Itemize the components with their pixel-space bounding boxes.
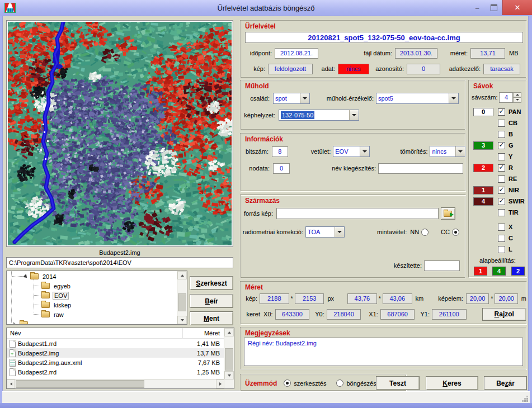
band-checkbox-y[interactable] [498, 153, 505, 160]
scroll-up-icon[interactable] [177, 271, 187, 279]
filename-field[interactable]: 20120821_spot5_132-075-50_eov-toa-cc.img [245, 32, 523, 43]
tree-collapse-icon[interactable] [23, 274, 29, 279]
path-field[interactable]: C:\ProgramData\TKR\raszter\spot\2014\EOV [6, 257, 233, 268]
band-checkbox-x[interactable] [498, 224, 505, 231]
scroll-left-icon[interactable] [7, 379, 15, 388]
band-row-swir: 4 SWIR [469, 197, 526, 206]
spin-up-icon[interactable] [513, 92, 521, 98]
preset-button-2[interactable]: 2 [511, 267, 525, 276]
px-unit-label: px [327, 295, 334, 302]
band-checkbox-c[interactable] [498, 235, 505, 242]
savszam-field[interactable]: 4 [499, 92, 513, 103]
file-list[interactable]: Név Méret Budapest1.rrd 1,41 MB Budapest… [6, 328, 234, 389]
scroll-right-icon[interactable] [216, 379, 224, 388]
spin-down-icon[interactable] [513, 97, 521, 103]
fajl-datum-label: fájl dátum: [345, 50, 392, 56]
radiometria-select[interactable]: TOA [305, 226, 345, 238]
szerkeszt-button[interactable]: Szerkeszt [190, 276, 233, 290]
bitszam-field[interactable]: 8 [272, 146, 288, 157]
chevron-down-icon[interactable] [360, 146, 369, 156]
forras-kep-field[interactable] [276, 208, 439, 219]
band-label-tir: TIR [509, 209, 519, 216]
scrollbar-thumb[interactable] [178, 293, 186, 311]
band-number-swir: 4 [473, 197, 493, 206]
chevron-down-icon[interactable] [449, 93, 458, 103]
scrollbar-thumb[interactable] [225, 348, 233, 371]
tree-scrollbar[interactable] [177, 271, 187, 324]
column-header-size[interactable]: Méret [182, 328, 224, 338]
file-row-selected[interactable]: Budapest2.img 13,7 MB [7, 348, 224, 358]
preset-button-1[interactable]: 1 [474, 267, 487, 276]
band-checkbox-pan[interactable] [498, 108, 505, 116]
maximize-button[interactable] [486, 4, 502, 11]
tree-item-eov[interactable]: EOV [41, 291, 69, 300]
tree-item-raw[interactable]: raw [41, 310, 65, 319]
csalad-select[interactable]: spot [273, 93, 310, 104]
tree-item-partial[interactable] [13, 320, 28, 325]
vetulet-select[interactable]: EOV [333, 146, 369, 157]
alapbeallitas-label: alapbeállítás: [479, 257, 516, 264]
beir-button[interactable]: Beír [190, 294, 233, 308]
rajzol-button[interactable]: Rajzol [482, 308, 526, 321]
tree-item-kiskep[interactable]: kiskep [41, 300, 72, 310]
nn-radio[interactable] [421, 229, 429, 236]
kephelyzet-select[interactable]: 132-075-50 [279, 110, 359, 121]
cc-radio[interactable] [452, 229, 459, 236]
file-list-scrollbar[interactable] [224, 328, 234, 388]
band-label-g: G [509, 142, 514, 149]
browse-button[interactable] [441, 207, 455, 220]
bezar-button[interactable]: Bezár [484, 376, 527, 390]
close-button[interactable]: ✕ [502, 0, 532, 15]
band-checkbox-r[interactable] [498, 164, 505, 172]
band-checkbox-l[interactable] [498, 246, 505, 253]
band-checkbox-cb[interactable] [498, 120, 505, 127]
band-label-pan: PAN [509, 108, 521, 115]
kepelem-label: képelem: [438, 295, 463, 302]
file-row[interactable]: Budapest1.rrd 1,41 MB [7, 339, 224, 348]
chevron-down-icon[interactable] [455, 146, 465, 156]
scrollbar-thumb[interactable] [16, 380, 144, 388]
band-checkbox-b[interactable] [498, 131, 505, 138]
scroll-up-icon[interactable] [224, 328, 234, 336]
savszam-spinner[interactable] [513, 92, 521, 103]
x1-field: 687060 [380, 309, 415, 320]
band-checkbox-tir[interactable] [498, 209, 505, 216]
file-row[interactable]: Budapest2.img.aux.xml 7,67 KB [7, 358, 224, 367]
band-label-nir: NIR [509, 187, 519, 193]
band-checkbox-nir[interactable] [498, 187, 505, 194]
scroll-down-icon[interactable] [177, 316, 187, 324]
kephelyzet-label: képhelyzet: [241, 112, 275, 118]
resize-grip-icon[interactable] [526, 400, 528, 402]
megjegyzesek-textarea[interactable]: Régi név: Budapest2.img [244, 338, 523, 366]
tomorites-select[interactable]: nincs [430, 146, 465, 157]
minimize-button[interactable]: – [469, 3, 486, 12]
erzekelo-select[interactable]: spot5 [376, 93, 459, 104]
file-list-header[interactable]: Név Méret [7, 328, 224, 339]
keszitette-field[interactable] [424, 260, 460, 271]
chevron-down-icon[interactable] [300, 93, 309, 103]
folder-tree[interactable]: 2014 egyeb EOV kiskep raw [6, 271, 187, 325]
teszt-button[interactable]: Teszt [376, 376, 420, 390]
szerkesztes-radio[interactable] [284, 379, 291, 387]
preset-button-4[interactable]: 4 [492, 267, 506, 276]
tree-expand-icon[interactable] [13, 322, 16, 325]
band-checkbox-re[interactable] [498, 175, 505, 183]
tree-item-2014[interactable]: 2014 [23, 272, 57, 281]
chevron-down-icon[interactable] [349, 110, 359, 120]
file-row[interactable]: Budapest2.rrd 1,25 MB [7, 367, 224, 377]
szerkesztes-label: szerkesztés [294, 380, 326, 387]
keres-button[interactable]: Keres [426, 376, 478, 390]
tree-item-egyeb[interactable]: egyeb [41, 281, 72, 291]
band-checkbox-swir[interactable] [498, 198, 505, 205]
nodata-field[interactable]: 0 [273, 163, 290, 174]
scroll-down-icon[interactable] [224, 371, 234, 379]
title-bar[interactable]: Űrfelvétel adatbázis böngésző – ✕ [0, 0, 532, 16]
idopont-field[interactable]: 2012.08.21. [275, 48, 318, 59]
bongeszes-radio[interactable] [336, 379, 343, 387]
chevron-down-icon[interactable] [335, 227, 344, 237]
horizontal-scrollbar[interactable] [7, 379, 224, 388]
band-checkbox-g[interactable] [498, 142, 505, 149]
ment-button[interactable]: Ment [190, 311, 233, 325]
nev-kiegeszites-field[interactable] [378, 163, 463, 174]
column-header-name[interactable]: Név [7, 330, 182, 336]
